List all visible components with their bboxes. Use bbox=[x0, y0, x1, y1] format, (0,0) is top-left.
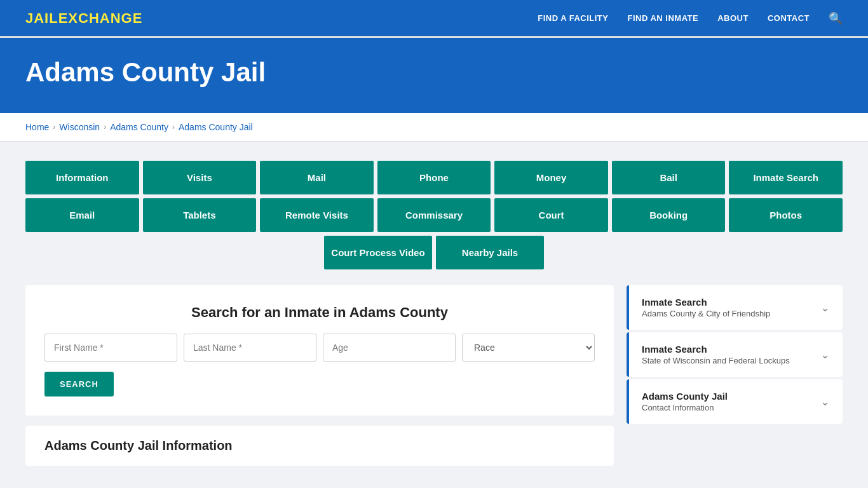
sidebar-card-1-label: Inmate Search bbox=[642, 297, 770, 308]
btn-commissary[interactable]: Commissary bbox=[377, 198, 491, 232]
btn-information[interactable]: Information bbox=[25, 161, 139, 194]
lower-section: Search for an Inmate in Adams County Rac… bbox=[25, 285, 843, 466]
btn-email[interactable]: Email bbox=[25, 198, 139, 232]
breadcrumb-current: Adams County Jail bbox=[179, 122, 253, 132]
button-grid-row2: Email Tablets Remote Visits Commissary C… bbox=[25, 198, 843, 232]
age-input[interactable] bbox=[323, 334, 456, 362]
btn-court-process-video[interactable]: Court Process Video bbox=[324, 236, 432, 269]
sidebar-card-2-text: Inmate Search State of Wisconsin and Fed… bbox=[642, 344, 790, 365]
breadcrumb-home[interactable]: Home bbox=[25, 122, 49, 132]
breadcrumb: Home › Wisconsin › Adams County › Adams … bbox=[25, 122, 843, 132]
nav-contact[interactable]: CONTACT bbox=[768, 13, 810, 23]
sidebar-card-1-header[interactable]: Inmate Search Adams County & City of Fri… bbox=[629, 285, 843, 330]
btn-nearby-jails[interactable]: Nearby Jails bbox=[436, 236, 544, 269]
sidebar-card-3-text: Adams County Jail Contact Information bbox=[642, 391, 728, 412]
btn-court[interactable]: Court bbox=[494, 198, 608, 232]
main-nav: FIND A FACILITY FIND AN INMATE ABOUT CON… bbox=[538, 11, 843, 25]
race-select[interactable]: Race bbox=[462, 334, 595, 362]
logo-exchange: EXCHANGE bbox=[58, 10, 143, 26]
btn-money[interactable]: Money bbox=[494, 161, 608, 194]
breadcrumb-sep-1: › bbox=[53, 123, 55, 132]
hero-section: Adams County Jail bbox=[0, 38, 868, 113]
sidebar-card-2-label: Inmate Search bbox=[642, 344, 790, 355]
sidebar: Inmate Search Adams County & City of Fri… bbox=[627, 285, 843, 426]
main-content: Information Visits Mail Phone Money Bail… bbox=[0, 142, 868, 488]
button-grid-row3: Court Process Video Nearby Jails bbox=[25, 236, 843, 269]
breadcrumb-wisconsin[interactable]: Wisconsin bbox=[59, 122, 100, 132]
breadcrumb-adams-county[interactable]: Adams County bbox=[110, 122, 168, 132]
search-icon-button[interactable]: 🔍 bbox=[829, 11, 843, 25]
nav-find-facility[interactable]: FIND A FACILITY bbox=[538, 13, 608, 23]
logo-jail: JAIL bbox=[25, 10, 58, 26]
btn-visits[interactable]: Visits bbox=[143, 161, 257, 194]
chevron-down-icon-1: ⌄ bbox=[820, 301, 830, 315]
sidebar-card-2: Inmate Search State of Wisconsin and Fed… bbox=[627, 332, 843, 377]
sidebar-card-1-text: Inmate Search Adams County & City of Fri… bbox=[642, 297, 770, 318]
btn-remote-visits[interactable]: Remote Visits bbox=[260, 198, 374, 232]
sidebar-card-2-sublabel: State of Wisconsin and Federal Lockups bbox=[642, 356, 790, 365]
sidebar-card-3: Adams County Jail Contact Information ⌄ bbox=[627, 379, 843, 424]
jail-info-title: Adams County Jail Information bbox=[44, 438, 595, 453]
sidebar-card-1-sublabel: Adams County & City of Friendship bbox=[642, 309, 770, 318]
nav-about[interactable]: ABOUT bbox=[717, 13, 749, 23]
sidebar-card-3-label: Adams County Jail bbox=[642, 391, 728, 402]
btn-mail[interactable]: Mail bbox=[260, 161, 374, 194]
btn-phone[interactable]: Phone bbox=[377, 161, 491, 194]
btn-bail[interactable]: Bail bbox=[612, 161, 726, 194]
chevron-down-icon-3: ⌄ bbox=[820, 395, 830, 409]
btn-booking[interactable]: Booking bbox=[612, 198, 726, 232]
sidebar-card-3-header[interactable]: Adams County Jail Contact Information ⌄ bbox=[629, 379, 843, 424]
sidebar-card-3-sublabel: Contact Information bbox=[642, 403, 728, 412]
site-header: JAILEXCHANGE FIND A FACILITY FIND AN INM… bbox=[0, 0, 868, 38]
page-title: Adams County Jail bbox=[25, 57, 843, 88]
sidebar-card-1: Inmate Search Adams County & City of Fri… bbox=[627, 285, 843, 330]
first-name-input[interactable] bbox=[44, 334, 177, 362]
site-logo[interactable]: JAILEXCHANGE bbox=[25, 10, 142, 27]
search-button[interactable]: SEARCH bbox=[44, 372, 114, 396]
btn-tablets[interactable]: Tablets bbox=[143, 198, 257, 232]
breadcrumb-sep-2: › bbox=[104, 123, 106, 132]
nav-find-inmate[interactable]: FIND AN INMATE bbox=[627, 13, 698, 23]
breadcrumb-sep-3: › bbox=[172, 123, 175, 132]
inmate-search-title: Search for an Inmate in Adams County bbox=[44, 304, 595, 321]
left-column: Search for an Inmate in Adams County Rac… bbox=[25, 285, 614, 466]
bottom-info: Adams County Jail Information bbox=[25, 426, 614, 466]
chevron-down-icon-2: ⌄ bbox=[820, 348, 830, 362]
inmate-search-box: Search for an Inmate in Adams County Rac… bbox=[25, 285, 614, 416]
last-name-input[interactable] bbox=[184, 334, 316, 362]
sidebar-card-2-header[interactable]: Inmate Search State of Wisconsin and Fed… bbox=[629, 332, 843, 377]
form-row-names: Race bbox=[44, 334, 595, 362]
breadcrumb-bar: Home › Wisconsin › Adams County › Adams … bbox=[0, 113, 868, 142]
btn-inmate-search[interactable]: Inmate Search bbox=[729, 161, 843, 194]
button-grid-row1: Information Visits Mail Phone Money Bail… bbox=[25, 161, 843, 194]
btn-photos[interactable]: Photos bbox=[729, 198, 843, 232]
